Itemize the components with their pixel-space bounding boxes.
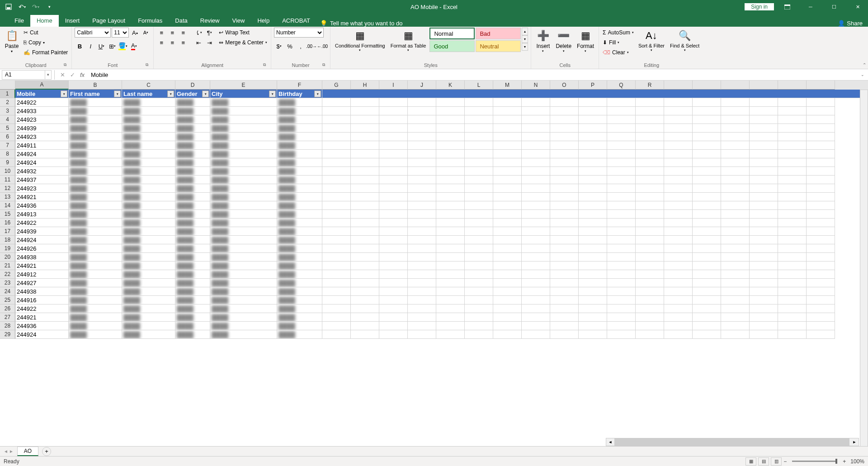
table-header-first[interactable]: First name▾ <box>69 90 122 98</box>
cell[interactable]: ████ <box>69 210 122 219</box>
align-center-icon[interactable]: ≡ <box>167 38 177 48</box>
cell[interactable]: ████ <box>210 244 277 253</box>
orientation-icon[interactable]: ⤹▾ <box>193 28 203 38</box>
col-header-B[interactable]: B <box>69 81 122 90</box>
table-header-last[interactable]: Last name▾ <box>122 90 175 98</box>
cell[interactable]: ████ <box>122 184 175 193</box>
cell[interactable]: ████ <box>175 115 210 124</box>
cell[interactable]: ████ <box>69 150 122 158</box>
decrease-indent-icon[interactable]: ⇤ <box>193 38 203 48</box>
cell[interactable]: ████ <box>210 313 277 322</box>
cell[interactable]: ████ <box>122 313 175 322</box>
filter-dropdown-icon[interactable]: ▾ <box>61 90 67 97</box>
scroll-right-icon[interactable]: ► <box>850 438 859 446</box>
maximize-icon[interactable]: ☐ <box>824 0 844 14</box>
cell[interactable]: ████ <box>122 158 175 167</box>
col-header-F[interactable]: F <box>277 81 322 90</box>
cell-mobile[interactable]: 244939 <box>15 124 69 133</box>
cell-mobile[interactable]: 244911 <box>15 141 69 150</box>
cell[interactable]: ████ <box>210 184 277 193</box>
align-right-icon[interactable]: ≡ <box>178 38 188 48</box>
cell-mobile[interactable]: 244927 <box>15 279 69 287</box>
cell[interactable]: ████ <box>210 262 277 270</box>
row-header[interactable]: 20 <box>0 253 15 262</box>
cell-mobile[interactable]: 244926 <box>15 244 69 253</box>
cell[interactable]: ████ <box>175 219 210 227</box>
cell[interactable]: ████ <box>122 193 175 201</box>
cell[interactable]: ████ <box>210 158 277 167</box>
cell[interactable]: ████ <box>210 115 277 124</box>
number-format-select[interactable]: Number <box>274 28 324 38</box>
col-header-L[interactable]: L <box>465 81 493 90</box>
clipboard-launcher-icon[interactable]: ⧉ <box>62 62 68 68</box>
cell[interactable]: ████ <box>122 296 175 304</box>
cell[interactable]: ████ <box>122 107 175 115</box>
cell[interactable]: ████ <box>210 236 277 244</box>
cell[interactable]: ████ <box>122 244 175 253</box>
cell[interactable]: ████ <box>277 304 322 313</box>
style-down-icon[interactable]: ▾ <box>522 35 528 43</box>
cell[interactable]: ████ <box>122 98 175 107</box>
font-color-icon[interactable]: A▾ <box>129 41 139 51</box>
cell[interactable]: ████ <box>122 167 175 176</box>
cell[interactable]: ████ <box>175 107 210 115</box>
cell[interactable]: ████ <box>277 201 322 210</box>
filter-dropdown-icon[interactable]: ▾ <box>114 90 121 97</box>
cell[interactable]: ████ <box>122 279 175 287</box>
row-header[interactable]: 8 <box>0 150 15 158</box>
cell[interactable]: ████ <box>122 115 175 124</box>
cell[interactable]: ████ <box>210 330 277 339</box>
sort-filter-button[interactable]: A↓Sort & Filter▾ <box>637 28 666 53</box>
cell[interactable]: ████ <box>210 193 277 201</box>
vertical-scrollbar[interactable] <box>860 90 868 448</box>
qat-customize-icon[interactable]: ▾ <box>45 3 53 11</box>
cell[interactable]: ████ <box>175 262 210 270</box>
cell[interactable]: ████ <box>210 296 277 304</box>
cell[interactable]: ████ <box>69 158 122 167</box>
row-header[interactable]: 10 <box>0 167 15 176</box>
cell[interactable]: ████ <box>210 167 277 176</box>
cell-mobile[interactable]: 244936 <box>15 322 69 330</box>
cell[interactable]: ████ <box>210 287 277 296</box>
font-launcher-icon[interactable]: ⧉ <box>144 62 150 68</box>
align-top-icon[interactable]: ≡ <box>156 28 166 38</box>
cell[interactable]: ████ <box>122 150 175 158</box>
alignment-launcher-icon[interactable]: ⧉ <box>262 62 267 68</box>
cell[interactable]: ████ <box>175 227 210 236</box>
row-header[interactable]: 29 <box>0 330 15 339</box>
cell[interactable]: ████ <box>122 236 175 244</box>
col-header-O[interactable]: O <box>550 81 579 90</box>
row-header[interactable]: 22 <box>0 270 15 279</box>
paste-button[interactable]: 📋 Paste ▾ <box>3 28 21 54</box>
col-header-G[interactable]: G <box>322 81 351 90</box>
col-header-J[interactable]: J <box>408 81 436 90</box>
row-header[interactable]: 19 <box>0 244 15 253</box>
cell[interactable]: ████ <box>277 287 322 296</box>
scroll-left-icon[interactable]: ◄ <box>606 438 614 446</box>
find-select-button[interactable]: 🔍Find & Select▾ <box>668 28 701 53</box>
table-header-mobile[interactable]: Mobile▾ <box>15 90 69 98</box>
cell[interactable]: ████ <box>277 124 322 133</box>
row-header[interactable]: 28 <box>0 322 15 330</box>
col-header-A[interactable]: A <box>15 81 69 90</box>
cell[interactable]: ████ <box>277 184 322 193</box>
close-icon[interactable]: ✕ <box>847 0 868 14</box>
cell-mobile[interactable]: 244932 <box>15 167 69 176</box>
tab-data[interactable]: Data <box>169 15 193 27</box>
cell[interactable]: ████ <box>210 150 277 158</box>
cell[interactable]: ████ <box>175 304 210 313</box>
cell[interactable]: ████ <box>69 330 122 339</box>
cell[interactable]: ████ <box>69 270 122 279</box>
comma-icon[interactable]: , <box>296 41 306 51</box>
redo-icon[interactable]: ↷ ▾ <box>32 3 40 11</box>
cell[interactable]: ████ <box>69 201 122 210</box>
cell[interactable]: ████ <box>175 236 210 244</box>
cell[interactable]: ████ <box>175 124 210 133</box>
name-box[interactable] <box>2 70 45 80</box>
table-header-birthday[interactable]: Birthday▾ <box>277 90 322 98</box>
cell[interactable]: ████ <box>210 201 277 210</box>
cell[interactable]: ████ <box>277 227 322 236</box>
cell[interactable]: ████ <box>210 176 277 184</box>
cell-mobile[interactable]: 244924 <box>15 158 69 167</box>
cancel-formula-icon[interactable]: ✕ <box>57 71 67 78</box>
